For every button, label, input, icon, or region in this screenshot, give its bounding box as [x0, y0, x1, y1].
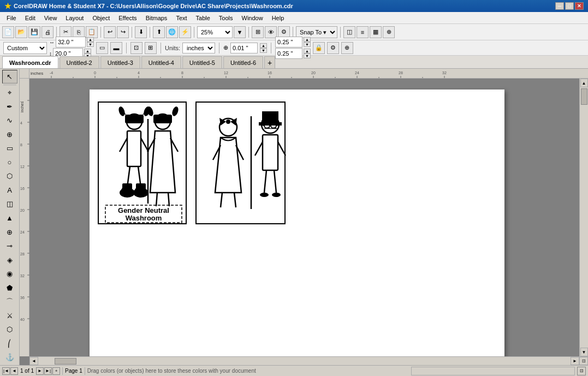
menu-object[interactable]: Object — [88, 14, 114, 22]
scroll-bar-h[interactable] — [38, 357, 571, 365]
web-button[interactable]: ⚡ — [179, 26, 191, 38]
ruler-top: inches -4 0 4 8 12 — [20, 69, 588, 79]
status-zoom-button[interactable]: ⊡ — [577, 367, 586, 375]
landscape-button[interactable]: ▬ — [110, 42, 122, 54]
add-page-status-button[interactable]: + — [52, 367, 60, 375]
tool-smart[interactable]: ⊕ — [2, 128, 17, 141]
margin-top-input[interactable] — [275, 37, 302, 47]
new-button[interactable]: 📄 — [2, 26, 14, 38]
right-scrollbar[interactable]: ▲ ▼ — [579, 79, 588, 356]
tool-connector[interactable]: ⎛ — [2, 337, 17, 350]
units-dropdown[interactable]: inches mm cm — [182, 43, 215, 53]
toolbar-sep-4 — [150, 27, 150, 38]
tool-freeform[interactable]: ⌒ — [2, 295, 17, 308]
menu-tools[interactable]: Tools — [215, 14, 237, 22]
width-spinner[interactable]: ▲ ▼ — [87, 37, 94, 47]
redo-button[interactable]: ↪ — [117, 26, 129, 38]
tool-rectangle[interactable]: ▭ — [2, 142, 17, 156]
snap1-button[interactable]: ◫ — [343, 26, 355, 38]
tool-polygon[interactable]: ⬡ — [2, 170, 17, 183]
tool-knife[interactable]: ⚔ — [2, 309, 17, 323]
tool-eyedrop[interactable]: ⊸ — [2, 239, 17, 253]
menu-window[interactable]: Window — [237, 14, 268, 22]
scroll-thumb[interactable] — [581, 88, 587, 105]
zoom-dropdown[interactable]: 25% 50% 75% 100% — [197, 26, 233, 38]
tool-text[interactable]: A — [2, 183, 17, 197]
tool-roughen[interactable]: ⬡ — [2, 323, 17, 337]
publish-button[interactable]: 🌐 — [166, 26, 178, 38]
snap2-button[interactable]: ≡ — [357, 26, 369, 38]
tool-zoom[interactable]: ⊕ — [2, 225, 17, 239]
tool-distort[interactable]: ⬟ — [2, 281, 17, 295]
import-button[interactable]: ⬇ — [135, 26, 147, 38]
maximize-button[interactable]: □ — [565, 2, 574, 10]
margin-left-input[interactable] — [275, 48, 302, 59]
page-options-button[interactable]: ⚙ — [327, 42, 339, 54]
menu-table[interactable]: Table — [192, 14, 215, 22]
svg-point-61 — [117, 106, 126, 117]
tool-freehand[interactable]: ⌖ — [2, 86, 17, 99]
page-first-button[interactable]: |◄ — [2, 367, 10, 375]
snap4-button[interactable]: ⊕ — [383, 26, 395, 38]
tool-pen[interactable]: ✒ — [2, 100, 17, 114]
tool-anchor[interactable]: ⚓ — [2, 351, 17, 365]
lock-margins-button[interactable]: 🔒 — [313, 42, 325, 54]
tool-ellipse[interactable]: ○ — [2, 156, 17, 169]
svg-line-100 — [278, 142, 286, 156]
tab-untitled4[interactable]: Untitled-4 — [141, 56, 181, 68]
add-tab-button[interactable]: + — [264, 56, 275, 68]
zoom-fit-button[interactable]: ⊡ — [579, 357, 588, 365]
width-input[interactable] — [56, 37, 86, 47]
snap3-button[interactable]: ▦ — [370, 26, 382, 38]
scroll-right-button[interactable]: ► — [571, 357, 579, 365]
menu-file[interactable]: File — [2, 14, 21, 22]
add-page-button[interactable]: ⊕ — [341, 42, 353, 54]
nudge-input[interactable] — [230, 43, 258, 53]
svg-text:20: 20 — [20, 208, 25, 212]
page-preset-dropdown[interactable]: Custom Letter A4 — [3, 42, 47, 54]
svg-text:Gender Neutral: Gender Neutral — [118, 206, 169, 214]
svg-text:24: 24 — [355, 71, 359, 75]
tab-untitled6[interactable]: Untitled-6 — [223, 56, 263, 68]
svg-line-97 — [276, 125, 279, 126]
tool-fill[interactable]: ▲ — [2, 211, 17, 225]
open-button[interactable]: 📂 — [15, 26, 27, 38]
bleed1-button[interactable]: ⊡ — [130, 42, 142, 54]
bleed2-button[interactable]: ⊞ — [145, 42, 157, 54]
tool-interactive[interactable]: ◈ — [2, 253, 17, 267]
close-button[interactable]: ✕ — [575, 2, 584, 10]
tab-untitled5[interactable]: Untitled-5 — [182, 56, 222, 68]
scroll-left-button[interactable]: ◄ — [29, 357, 38, 365]
menu-help[interactable]: Help — [268, 14, 289, 22]
scroll-up-button[interactable]: ▲ — [580, 79, 588, 87]
tool-pointer[interactable]: ↖ — [2, 70, 17, 83]
drawing-canvas[interactable]: Gender Neutral Washroom — [29, 79, 588, 356]
minimize-button[interactable]: ─ — [555, 2, 564, 10]
page-next-button[interactable]: ► — [36, 367, 44, 375]
page-prev-button[interactable]: ◄ — [10, 367, 18, 375]
tab-untitled2[interactable]: Untitled-2 — [60, 56, 99, 68]
portrait-button[interactable]: ▭ — [96, 42, 108, 54]
prop-sep-2 — [161, 43, 161, 53]
menu-effects[interactable]: Effects — [114, 14, 141, 22]
undo-button[interactable]: ↩ — [104, 26, 116, 38]
save-button[interactable]: 💾 — [28, 26, 40, 38]
menu-text[interactable]: Text — [171, 14, 191, 22]
tab-untitled3[interactable]: Untitled-3 — [100, 56, 140, 68]
scroll-down-button[interactable]: ▼ — [580, 348, 588, 356]
zoom-options-button[interactable]: ▼ — [234, 26, 246, 38]
tool-shadow[interactable]: ◉ — [2, 267, 17, 280]
tab-washroomcdr[interactable]: Washroom.cdr — [2, 56, 58, 68]
tool-measure[interactable]: ◫ — [2, 198, 17, 211]
export-button[interactable]: ⬆ — [153, 26, 165, 38]
nudge-spinner[interactable]: ▲ ▼ — [260, 43, 267, 53]
menu-bitmaps[interactable]: Bitmaps — [141, 14, 172, 22]
svg-text:12: 12 — [224, 71, 228, 75]
svg-text:28: 28 — [399, 71, 403, 75]
menu-edit[interactable]: Edit — [21, 14, 40, 22]
menu-layout[interactable]: Layout — [61, 14, 88, 22]
page-last-button[interactable]: ►| — [44, 367, 52, 375]
view1-button[interactable]: ⊞ — [252, 26, 264, 38]
tool-bezier[interactable]: ∿ — [2, 114, 17, 128]
menu-view[interactable]: View — [40, 14, 62, 22]
